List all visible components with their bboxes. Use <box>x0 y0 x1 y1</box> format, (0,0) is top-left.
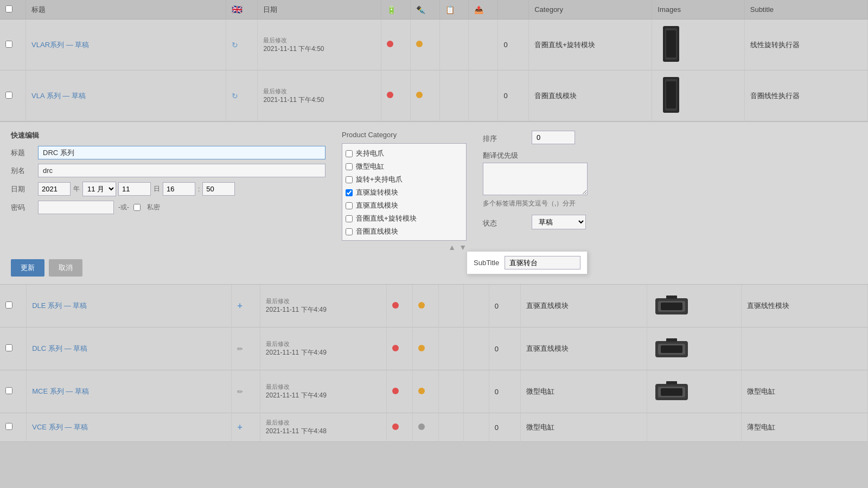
row-title-link[interactable]: VLA 系列 — 草稿 <box>31 92 86 100</box>
date-day-input[interactable] <box>118 182 151 196</box>
alias-input[interactable] <box>38 164 326 177</box>
col-category-header: Category <box>529 0 652 20</box>
row-check[interactable] <box>0 413 27 442</box>
row-checkbox[interactable] <box>5 41 12 48</box>
scroll-up-arrow[interactable]: ▲ <box>448 243 456 252</box>
private-checkbox[interactable] <box>133 204 141 211</box>
row-dot1 <box>381 70 410 121</box>
row-title[interactable]: VLA 系列 — 草稿 <box>26 70 226 121</box>
update-button[interactable]: 更新 <box>11 259 44 277</box>
row-icon-cell[interactable]: + <box>232 413 260 442</box>
row-checkbox[interactable] <box>5 387 12 394</box>
cancel-button[interactable]: 取消 <box>49 259 82 277</box>
row-icon-cell[interactable]: ✏ <box>232 328 260 370</box>
row-dot1 <box>381 20 410 70</box>
category-checkbox-zhiqu[interactable] <box>346 202 353 209</box>
category-label-zhiqu: 直驱直线模块 <box>356 201 398 210</box>
row-title-link[interactable]: VLAR系列 — 草稿 <box>31 41 89 49</box>
category-checkbox-weixing[interactable] <box>346 163 353 170</box>
row-subtitle <box>742 328 868 370</box>
date-year-unit: 年 <box>73 184 80 194</box>
col-check-header[interactable] <box>0 0 26 20</box>
table-header: 标题 🇬🇧 日期 🔋 ✒️ 📋 📤 Category <box>0 0 868 20</box>
row-category: 微型电缸 <box>520 370 647 413</box>
date-hour-input[interactable] <box>163 182 195 196</box>
select-all-checkbox[interactable] <box>5 5 12 12</box>
category-item: 直驱旋转模块 <box>346 186 463 199</box>
row-count: 0 <box>498 20 529 70</box>
date-label-text: 最后修改 <box>263 36 375 44</box>
rank-input[interactable] <box>532 131 575 144</box>
translate-textarea[interactable] <box>483 163 588 195</box>
category-checkbox-jiachi[interactable] <box>346 150 353 157</box>
status-select[interactable]: 草稿 发布 <box>532 215 586 229</box>
row-title[interactable]: DLE 系列 — 草稿 <box>27 285 232 328</box>
scroll-down-arrow[interactable]: ▼ <box>459 243 467 252</box>
row-title-link[interactable]: DLE 系列 — 草稿 <box>32 301 87 310</box>
product-image-placeholder <box>653 333 691 363</box>
subtitle-popup-input[interactable] <box>505 256 580 269</box>
row-icon-cell[interactable]: ↻ <box>226 70 258 121</box>
rank-label: 排序 <box>483 132 526 144</box>
row-dot3 <box>439 20 469 70</box>
title-input[interactable] <box>38 146 326 159</box>
subtitle-popup-label: SubTitle <box>474 259 499 267</box>
row-title-link[interactable]: DLC 系列 — 草稿 <box>32 344 87 352</box>
row-subtitle: 微型电缸 <box>742 370 868 413</box>
row-icon-cell[interactable]: ↻ <box>226 20 258 70</box>
category-checkbox-zhijia[interactable] <box>346 189 353 196</box>
row-images <box>647 285 742 328</box>
pencil-icon[interactable]: ✏ <box>237 388 243 396</box>
category-checkbox-yinquan-zx[interactable] <box>346 228 353 235</box>
password-input[interactable] <box>38 201 114 214</box>
row-checkbox[interactable] <box>5 92 12 99</box>
date-minute-input[interactable] <box>202 182 235 196</box>
refresh-icon[interactable]: ↻ <box>232 41 238 49</box>
row-check[interactable] <box>0 20 26 70</box>
product-image-placeholder <box>658 25 685 63</box>
pencil-icon[interactable]: ✏ <box>237 345 243 353</box>
date-month-select[interactable]: 11 月 <box>82 182 116 196</box>
row-title-link[interactable]: MCE 系列 — 草稿 <box>32 387 89 395</box>
row-icon-cell[interactable]: ✏ <box>232 370 260 413</box>
category-checkbox-xuanzhuan[interactable] <box>346 176 353 183</box>
row-checkbox[interactable] <box>5 301 12 309</box>
date-year-input[interactable] <box>38 182 71 196</box>
status-dot-red <box>392 302 399 309</box>
date-label-text: 最后修改 <box>266 383 381 391</box>
row-dot2 <box>412 328 438 370</box>
col-images-header: Images <box>652 0 744 20</box>
plus-icon[interactable]: + <box>237 422 242 432</box>
quick-edit-title: 快速编辑 <box>11 131 326 140</box>
row-check[interactable] <box>0 285 27 328</box>
category-checkbox-yinquan-xz[interactable] <box>346 215 353 222</box>
row-check[interactable] <box>0 70 26 121</box>
category-label: Category <box>534 5 563 14</box>
row-count: 0 <box>489 413 520 442</box>
date-field-label: 日期 <box>11 184 38 194</box>
row-title[interactable]: DLC 系列 — 草稿 <box>27 328 232 370</box>
category-list: 夹持电爪 微型电缸 旋转+夹持电爪 直驱旋转模块 直驱直线模块 <box>342 143 467 241</box>
svg-rect-5 <box>666 81 676 108</box>
row-title[interactable]: VCE 系列 — 草稿 <box>27 413 232 442</box>
refresh-icon[interactable]: ↻ <box>232 92 238 100</box>
row-title[interactable]: MCE 系列 — 草稿 <box>27 370 232 413</box>
status-dot-red <box>387 41 393 47</box>
col-icon2-header: ✒️ <box>410 0 439 20</box>
row-check[interactable] <box>0 328 27 370</box>
row-title-link[interactable]: VCE 系列 — 草稿 <box>32 423 88 431</box>
plus-icon[interactable]: + <box>237 301 242 310</box>
row-check[interactable] <box>0 370 27 413</box>
row-icon-cell[interactable]: + <box>232 285 260 328</box>
date-label-text: 最后修改 <box>266 297 381 305</box>
row-count: 0 <box>489 285 520 328</box>
header-icon1: 🔋 <box>387 5 396 14</box>
row-category: 音圈直线+旋转模块 <box>529 20 652 70</box>
tags-hint: 多个标签请用英文逗号（,）分开 <box>483 199 857 208</box>
row-checkbox[interactable] <box>5 423 12 430</box>
row-date: 最后修改 2021-11-11 下午4:49 <box>260 285 386 328</box>
row-checkbox[interactable] <box>5 344 12 351</box>
status-dot-orange <box>418 345 425 351</box>
category-label-yinquan-zx: 音圈直线模块 <box>356 227 398 236</box>
row-title[interactable]: VLAR系列 — 草稿 <box>26 20 226 70</box>
